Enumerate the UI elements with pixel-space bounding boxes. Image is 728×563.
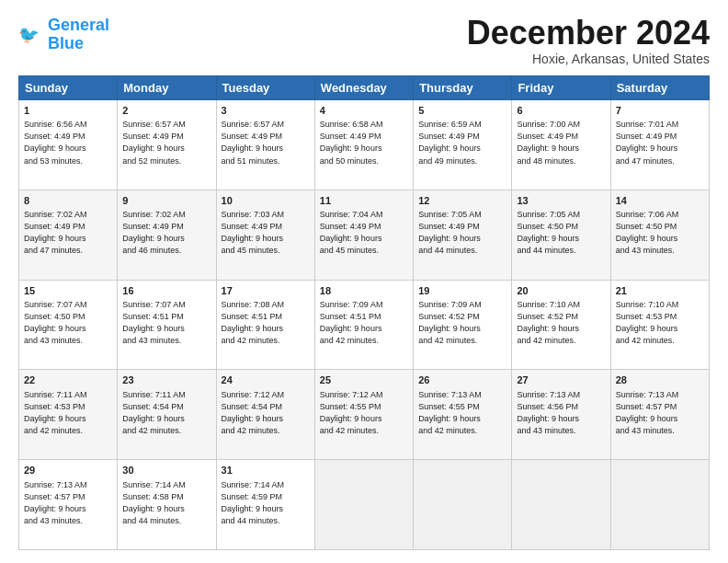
day-number: 5	[418, 104, 506, 118]
day-number: 7	[616, 104, 704, 118]
cell-info: Sunrise: 7:06 AMSunset: 4:50 PMDaylight:…	[616, 209, 704, 257]
calendar-table: SundayMondayTuesdayWednesdayThursdayFrid…	[18, 75, 710, 550]
cell-info: Sunrise: 6:56 AMSunset: 4:49 PMDaylight:…	[24, 119, 112, 167]
cell-info: Sunrise: 7:05 AMSunset: 4:50 PMDaylight:…	[517, 209, 605, 257]
cell-info: Sunrise: 7:02 AMSunset: 4:49 PMDaylight:…	[122, 209, 210, 257]
logo: 🐦 General Blue	[18, 17, 109, 53]
calendar-cell: 23Sunrise: 7:11 AMSunset: 4:54 PMDayligh…	[118, 370, 216, 460]
cell-info: Sunrise: 7:00 AMSunset: 4:49 PMDaylight:…	[517, 119, 605, 167]
day-number: 29	[24, 464, 112, 477]
header-cell-friday: Friday	[512, 76, 610, 100]
day-number: 3	[222, 104, 310, 118]
svg-text:🐦: 🐦	[18, 24, 40, 44]
week-row-1: 1Sunrise: 6:56 AMSunset: 4:49 PMDaylight…	[19, 100, 710, 190]
day-number: 23	[122, 373, 210, 387]
month-title: December 2024	[467, 17, 710, 50]
header-cell-saturday: Saturday	[610, 76, 709, 100]
cell-info: Sunrise: 7:13 AMSunset: 4:56 PMDaylight:…	[517, 389, 605, 437]
calendar-cell: 19Sunrise: 7:09 AMSunset: 4:52 PMDayligh…	[414, 280, 512, 370]
day-number: 12	[418, 194, 506, 208]
cell-info: Sunrise: 6:59 AMSunset: 4:49 PMDaylight:…	[418, 119, 506, 167]
calendar-cell: 21Sunrise: 7:10 AMSunset: 4:53 PMDayligh…	[610, 280, 709, 370]
calendar-cell: 31Sunrise: 7:14 AMSunset: 4:59 PMDayligh…	[216, 460, 314, 550]
day-number: 2	[122, 104, 210, 118]
week-row-5: 29Sunrise: 7:13 AMSunset: 4:57 PMDayligh…	[19, 460, 710, 550]
calendar-cell: 5Sunrise: 6:59 AMSunset: 4:49 PMDaylight…	[414, 100, 512, 190]
day-number: 19	[418, 284, 506, 298]
day-number: 27	[517, 373, 605, 387]
calendar-cell: 28Sunrise: 7:13 AMSunset: 4:57 PMDayligh…	[610, 370, 709, 460]
calendar-cell	[610, 460, 709, 550]
cell-info: Sunrise: 7:13 AMSunset: 4:55 PMDaylight:…	[418, 389, 506, 437]
day-number: 16	[122, 284, 210, 298]
day-number: 17	[222, 284, 310, 298]
calendar-cell: 24Sunrise: 7:12 AMSunset: 4:54 PMDayligh…	[216, 370, 314, 460]
day-number: 6	[517, 104, 605, 118]
day-number: 11	[320, 194, 408, 208]
calendar-cell: 9Sunrise: 7:02 AMSunset: 4:49 PMDaylight…	[118, 190, 216, 280]
day-number: 25	[320, 373, 408, 387]
cell-info: Sunrise: 7:07 AMSunset: 4:51 PMDaylight:…	[122, 299, 210, 347]
cell-info: Sunrise: 7:01 AMSunset: 4:49 PMDaylight:…	[616, 119, 704, 167]
header-row: SundayMondayTuesdayWednesdayThursdayFrid…	[19, 76, 710, 100]
logo-icon: 🐦	[18, 22, 44, 48]
calendar-cell: 7Sunrise: 7:01 AMSunset: 4:49 PMDaylight…	[610, 100, 709, 190]
week-row-3: 15Sunrise: 7:07 AMSunset: 4:50 PMDayligh…	[19, 280, 710, 370]
calendar-cell	[314, 460, 413, 550]
location: Hoxie, Arkansas, United States	[467, 52, 710, 66]
cell-info: Sunrise: 7:04 AMSunset: 4:49 PMDaylight:…	[320, 209, 408, 257]
cell-info: Sunrise: 7:10 AMSunset: 4:53 PMDaylight:…	[616, 299, 704, 347]
cell-info: Sunrise: 6:57 AMSunset: 4:49 PMDaylight:…	[222, 119, 310, 167]
cell-info: Sunrise: 7:02 AMSunset: 4:49 PMDaylight:…	[24, 209, 112, 257]
calendar-cell: 26Sunrise: 7:13 AMSunset: 4:55 PMDayligh…	[414, 370, 512, 460]
calendar-cell: 14Sunrise: 7:06 AMSunset: 4:50 PMDayligh…	[610, 190, 709, 280]
cell-info: Sunrise: 7:08 AMSunset: 4:51 PMDaylight:…	[222, 299, 310, 347]
calendar-cell	[414, 460, 512, 550]
page: 🐦 General Blue December 2024 Hoxie, Arka…	[0, 0, 728, 563]
calendar-cell: 27Sunrise: 7:13 AMSunset: 4:56 PMDayligh…	[512, 370, 610, 460]
day-number: 28	[616, 373, 704, 387]
day-number: 9	[122, 194, 210, 208]
week-row-2: 8Sunrise: 7:02 AMSunset: 4:49 PMDaylight…	[19, 190, 710, 280]
cell-info: Sunrise: 7:10 AMSunset: 4:52 PMDaylight:…	[517, 299, 605, 347]
cell-info: Sunrise: 6:57 AMSunset: 4:49 PMDaylight:…	[122, 119, 210, 167]
week-row-4: 22Sunrise: 7:11 AMSunset: 4:53 PMDayligh…	[19, 370, 710, 460]
calendar-cell: 22Sunrise: 7:11 AMSunset: 4:53 PMDayligh…	[19, 370, 118, 460]
cell-info: Sunrise: 7:07 AMSunset: 4:50 PMDaylight:…	[24, 299, 112, 347]
calendar-cell: 25Sunrise: 7:12 AMSunset: 4:55 PMDayligh…	[314, 370, 413, 460]
day-number: 30	[122, 464, 210, 477]
day-number: 26	[418, 373, 506, 387]
day-number: 24	[222, 373, 310, 387]
day-number: 31	[222, 464, 310, 477]
calendar-cell: 16Sunrise: 7:07 AMSunset: 4:51 PMDayligh…	[118, 280, 216, 370]
title-block: December 2024 Hoxie, Arkansas, United St…	[467, 17, 710, 66]
calendar-cell: 6Sunrise: 7:00 AMSunset: 4:49 PMDaylight…	[512, 100, 610, 190]
cell-info: Sunrise: 7:09 AMSunset: 4:52 PMDaylight:…	[418, 299, 506, 347]
day-number: 10	[222, 194, 310, 208]
day-number: 22	[24, 373, 112, 387]
day-number: 15	[24, 284, 112, 298]
header-cell-monday: Monday	[118, 76, 216, 100]
calendar-cell: 12Sunrise: 7:05 AMSunset: 4:49 PMDayligh…	[414, 190, 512, 280]
day-number: 21	[616, 284, 704, 298]
header-cell-tuesday: Tuesday	[216, 76, 314, 100]
calendar-cell: 8Sunrise: 7:02 AMSunset: 4:49 PMDaylight…	[19, 190, 118, 280]
logo-blue: Blue	[48, 35, 109, 53]
calendar-cell: 11Sunrise: 7:04 AMSunset: 4:49 PMDayligh…	[314, 190, 413, 280]
header-cell-wednesday: Wednesday	[314, 76, 413, 100]
calendar-cell	[512, 460, 610, 550]
calendar-cell: 15Sunrise: 7:07 AMSunset: 4:50 PMDayligh…	[19, 280, 118, 370]
calendar-cell: 29Sunrise: 7:13 AMSunset: 4:57 PMDayligh…	[19, 460, 118, 550]
header-cell-thursday: Thursday	[414, 76, 512, 100]
logo-text: General Blue	[48, 17, 109, 53]
calendar-cell: 4Sunrise: 6:58 AMSunset: 4:49 PMDaylight…	[314, 100, 413, 190]
cell-info: Sunrise: 7:11 AMSunset: 4:54 PMDaylight:…	[122, 389, 210, 437]
cell-info: Sunrise: 7:11 AMSunset: 4:53 PMDaylight:…	[24, 389, 112, 437]
cell-info: Sunrise: 7:03 AMSunset: 4:49 PMDaylight:…	[222, 209, 310, 257]
day-number: 1	[24, 104, 112, 118]
calendar-cell: 20Sunrise: 7:10 AMSunset: 4:52 PMDayligh…	[512, 280, 610, 370]
day-number: 18	[320, 284, 408, 298]
calendar-cell: 1Sunrise: 6:56 AMSunset: 4:49 PMDaylight…	[19, 100, 118, 190]
cell-info: Sunrise: 7:14 AMSunset: 4:58 PMDaylight:…	[122, 479, 210, 527]
cell-info: Sunrise: 7:12 AMSunset: 4:55 PMDaylight:…	[320, 389, 408, 437]
